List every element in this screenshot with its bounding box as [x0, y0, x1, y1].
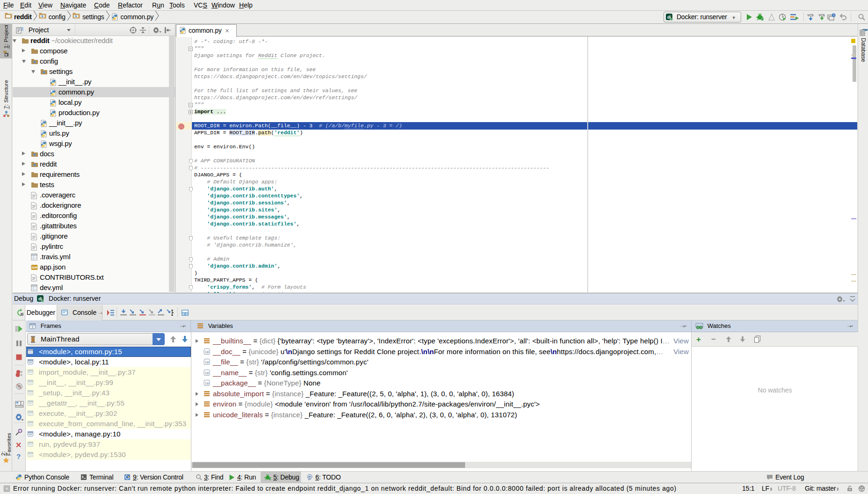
svg-text:s: s — [31, 325, 33, 329]
svg-text:18: 18 — [205, 360, 209, 364]
svg-text:JSON: JSON — [31, 266, 38, 269]
svg-text:18: 18 — [205, 349, 209, 354]
svg-text:VCS: VCS — [807, 14, 814, 17]
svg-text:18: 18 — [205, 381, 209, 385]
svg-text:18: 18 — [205, 370, 209, 375]
svg-text:VCS: VCS — [818, 14, 825, 17]
